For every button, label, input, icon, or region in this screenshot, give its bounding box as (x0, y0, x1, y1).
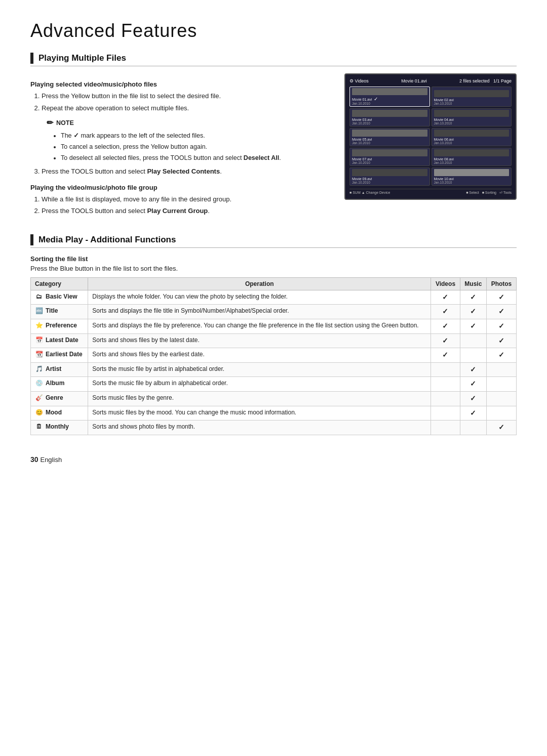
table-row: 😊 Mood Sorts music files by the mood. Yo… (31, 406, 517, 421)
table-body: 🗂 Basic View Displays the whole folder. … (31, 290, 517, 435)
table-row: 💿 Album Sorts the music file by album in… (31, 377, 517, 392)
table-header-row: Category Operation Videos Music Photos (31, 277, 517, 290)
earliest-date-icon: 📆 (35, 351, 43, 359)
op-album: Sorts the music file by album in alphabe… (88, 377, 431, 392)
tv-item-9: Movie 09.avi Jan.10.2010 (349, 167, 430, 186)
genre-icon: 🎸 (35, 394, 43, 402)
section1-title: Playing Multiple Files (38, 53, 126, 63)
pho-artist (486, 362, 516, 377)
note-header: ✏ NOTE (47, 117, 334, 129)
note-block: ✏ NOTE The ✓ mark appears to the left of… (47, 117, 334, 162)
op-earliest-date: Sorts and shows files by the earliest da… (88, 348, 431, 363)
section1-header: Playing Multiple Files (30, 53, 517, 66)
pho-album (486, 377, 516, 392)
cat-genre: 🎸 Genre (31, 391, 88, 406)
op-latest-date: Sorts and shows files by the latest date… (88, 333, 431, 348)
artist-icon: 🎵 (35, 365, 43, 373)
col-header-operation: Operation (88, 277, 431, 290)
cat-artist: 🎵 Artist (31, 362, 88, 377)
tv-item-10: Movie 10.avi Jan.10.2010 (432, 167, 512, 186)
vid-album (431, 377, 460, 392)
monthly-icon: 🗓 (35, 423, 43, 431)
preference-icon: ⭐ (35, 321, 43, 329)
vid-title: ✓ (431, 305, 460, 319)
pho-earliest-date: ✓ (486, 348, 516, 363)
col-header-category: Category (31, 277, 88, 290)
subsection1-steps: Press the Yellow button in the file list… (42, 91, 334, 177)
cat-latest-date: 📅 Latest Date (31, 333, 88, 348)
vid-earliest-date: ✓ (431, 348, 460, 363)
cat-monthly: 🗓 Monthly (31, 421, 88, 435)
tv-status: 2 files selected 1/1 Page (459, 78, 512, 83)
mus-basic-view: ✓ (460, 290, 486, 305)
left-column: Playing selected video/music/photo files… (30, 73, 334, 220)
mus-artist: ✓ (460, 362, 486, 377)
subsection2-title: Playing the video/music/photo file group (30, 184, 334, 191)
mus-genre: ✓ (460, 391, 486, 406)
tv-icon: ⚙ Videos (349, 78, 369, 83)
mus-album: ✓ (460, 377, 486, 392)
vid-latest-date: ✓ (431, 333, 460, 348)
tv-item-5: Movie 05.avi Jan.10.2010 (349, 128, 430, 146)
note-list: The ✓ mark appears to the left of the se… (61, 131, 334, 162)
page-lang-label: English (40, 456, 62, 464)
table-row: 📆 Earliest Date Sorts and shows files by… (31, 348, 517, 363)
note-item-3: To deselect all selected files, press th… (61, 153, 334, 163)
table-row: 🎸 Genre Sorts music files by the genre. … (31, 391, 517, 406)
page-title: Advanced Features (30, 20, 517, 41)
sorting-subtitle: Sorting the file list (30, 255, 517, 263)
note-item-2: To cancel a selection, press the Yellow … (61, 142, 334, 152)
tv-item-3: Movie 03.avi Jan.10.2010 (349, 108, 430, 127)
cat-title: 🔤 Title (31, 305, 88, 319)
tv-item-4: Movie 04.avi Jan.10.2010 (432, 108, 512, 127)
pho-preference: ✓ (486, 319, 516, 333)
latest-date-icon: 📅 (35, 336, 43, 344)
sorting-desc: Press the Blue button in the file list t… (30, 265, 517, 272)
vid-monthly (431, 421, 460, 435)
step-2: Repeat the above operation to select mul… (42, 103, 334, 163)
table-row: 🎵 Artist Sorts the music file by artist … (31, 362, 517, 377)
substep-1: While a file list is displayed, move to … (42, 194, 334, 204)
table-row: 🔤 Title Sorts and displays the file titl… (31, 305, 517, 319)
mood-icon: 😊 (35, 408, 43, 416)
pho-latest-date: ✓ (486, 333, 516, 348)
table-row: 📅 Latest Date Sorts and shows files by t… (31, 333, 517, 348)
tv-footer-controls: ■ Select ■ Sorting ⏎ Tools (466, 191, 512, 195)
page-footer: 30 English (30, 455, 517, 464)
vid-artist (431, 362, 460, 377)
title-icon: 🔤 (35, 307, 43, 315)
mus-mood: ✓ (460, 406, 486, 421)
mus-earliest-date (460, 348, 486, 363)
vid-mood (431, 406, 460, 421)
note-item-1: The ✓ mark appears to the left of the se… (61, 131, 334, 141)
section2-header: Media Play - Additional Functions (30, 234, 517, 248)
mus-monthly (460, 421, 486, 435)
mus-preference: ✓ (460, 319, 486, 333)
op-mood: Sorts music files by the mood. You can c… (88, 406, 431, 421)
subsection2-steps: While a file list is displayed, move to … (42, 194, 334, 216)
cat-preference: ⭐ Preference (31, 319, 88, 333)
tv-item-7: Movie 07.avi Jan.10.2010 (349, 148, 430, 166)
tv-item-8: Movie 08.avi Jan.10.2010 (432, 148, 512, 166)
cat-basic-view: 🗂 Basic View (31, 290, 88, 305)
op-monthly: Sorts and shows photo files by month. (88, 421, 431, 435)
col-header-videos: Videos (431, 277, 460, 290)
table-row: ⭐ Preference Sorts and displays the file… (31, 319, 517, 333)
table-row: 🗓 Monthly Sorts and shows photo files by… (31, 421, 517, 435)
col-header-photos: Photos (486, 277, 516, 290)
cat-mood: 😊 Mood (31, 406, 88, 421)
col-header-music: Music (460, 277, 486, 290)
op-genre: Sorts music files by the genre. (88, 391, 431, 406)
vid-genre (431, 391, 460, 406)
subsection1-title: Playing selected video/music/photo files (30, 80, 334, 88)
table-row: 🗂 Basic View Displays the whole folder. … (31, 290, 517, 305)
pho-basic-view: ✓ (486, 290, 516, 305)
pho-title: ✓ (486, 305, 516, 319)
tv-current-file: Movie 01.avi (401, 78, 427, 83)
section2: Media Play - Additional Functions Sortin… (30, 234, 517, 435)
playing-multiple-files-layout: Playing selected video/music/photo files… (30, 73, 517, 220)
step-1: Press the Yellow button in the file list… (42, 91, 334, 101)
tv-grid: Movie 01.avi ✓ Jan.10.2010 Movie 02.avi … (349, 87, 512, 186)
section-bar (30, 53, 33, 64)
section2-title: Media Play - Additional Functions (38, 235, 176, 245)
